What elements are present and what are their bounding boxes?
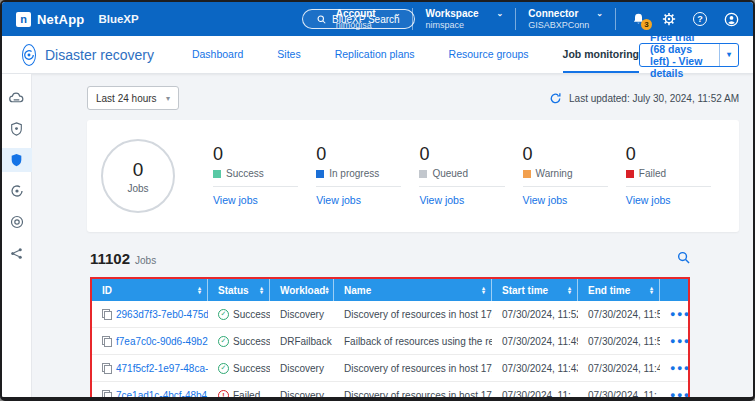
connector-menu-value: GISABXPConn — [528, 20, 603, 30]
sidebar-item-mobility[interactable] — [2, 241, 32, 265]
netapp-brand-text: NetApp — [37, 12, 84, 27]
copy-icon[interactable] — [102, 390, 111, 397]
start-time-cell: 07/30/2024, 11:... — [492, 390, 578, 398]
chevron-down-icon: ⌄ — [497, 9, 504, 18]
job-id-link[interactable]: f7ea7c0c-90d6-49b2 — [116, 336, 208, 347]
connector-menu[interactable]: Connector⌄ GISABXPConn — [516, 8, 615, 30]
copy-icon[interactable] — [102, 336, 111, 346]
help-icon: ? — [693, 12, 707, 26]
stat-label: Warning — [536, 168, 573, 179]
tab-sites[interactable]: Sites — [277, 36, 300, 73]
start-time-cell: 07/30/2024, 11:43:... — [492, 363, 578, 374]
job-id-link[interactable]: 7ce1ad1c-4bcf-48b4 — [116, 390, 207, 398]
caret-down-icon: ▾ — [727, 50, 731, 59]
sidebar-item-health[interactable] — [2, 117, 32, 141]
failed-icon: ! — [218, 390, 229, 398]
failed-legend-swatch — [626, 170, 634, 178]
workload-cell: Discovery — [270, 390, 334, 398]
notifications-button[interactable]: 3 — [630, 11, 646, 27]
page-title: Disaster recovery — [45, 47, 154, 63]
jobs-search-button[interactable] — [677, 250, 690, 268]
share-nodes-icon — [10, 247, 23, 260]
sort-icon[interactable] — [482, 286, 485, 295]
tab-resource-groups[interactable]: Resource groups — [449, 36, 529, 73]
end-time-cell: 07/30/2024, 11:44:... — [578, 363, 660, 374]
warning-legend-swatch — [523, 170, 531, 178]
sidebar-item-governance[interactable] — [2, 210, 32, 234]
settings-button[interactable] — [661, 11, 677, 27]
sort-icon[interactable] — [650, 286, 653, 295]
job-id-link[interactable]: 471f5cf2-1e97-48ca-... — [116, 363, 208, 374]
sidebar-item-console[interactable] — [2, 86, 32, 110]
netapp-logo-icon: n — [16, 12, 31, 27]
workspace-menu[interactable]: Workspace⌄ nimspace — [413, 8, 515, 30]
user-icon — [724, 12, 739, 27]
view-jobs-link[interactable]: View jobs — [523, 194, 568, 206]
row-actions-button[interactable]: ●●● — [660, 309, 688, 319]
status-text: Success — [233, 363, 270, 374]
search-label: BlueXP Search — [332, 14, 400, 25]
workload-cell: Discovery — [270, 309, 334, 320]
time-range-select[interactable]: Last 24 hours ▾ — [87, 86, 179, 110]
trial-dropdown-caret[interactable]: ▾ — [719, 44, 738, 66]
tab-job-monitoring[interactable]: Job monitoring — [563, 36, 639, 73]
time-range-value: Last 24 hours — [96, 93, 157, 104]
app-window: n NetApp BlueXP BlueXP Search Account⌄ n… — [0, 0, 755, 401]
user-profile-button[interactable] — [723, 11, 739, 27]
row-actions-button[interactable]: ●●● — [660, 363, 688, 373]
left-icon-rail — [2, 74, 32, 397]
cloud-icon — [9, 92, 24, 104]
view-jobs-link[interactable]: View jobs — [213, 194, 258, 206]
copy-icon[interactable] — [102, 309, 111, 319]
stat-label: In progress — [329, 168, 379, 179]
stat-value: 0 — [213, 144, 298, 165]
in-progress-legend-swatch — [316, 170, 324, 178]
sort-icon[interactable] — [260, 286, 263, 295]
end-time-cell: 07/30/2024, 11:52:... — [578, 336, 660, 347]
sidebar-item-recovery[interactable] — [2, 179, 32, 203]
copy-icon[interactable] — [102, 363, 111, 373]
refresh-icon[interactable] — [549, 92, 562, 105]
jobs-summary-card: 0 Jobs 0 Success View jobs 0 In progress… — [87, 120, 739, 232]
sort-icon[interactable] — [198, 286, 201, 295]
connector-menu-label: Connector — [528, 8, 578, 19]
stat-label: Success — [226, 168, 264, 179]
stat-label: Queued — [432, 168, 468, 179]
job-id-link[interactable]: 2963d7f3-7eb0-475d — [116, 309, 208, 320]
row-actions-button[interactable]: ●●● — [660, 336, 688, 346]
view-jobs-link[interactable]: View jobs — [626, 194, 671, 206]
stat-failed: 0 Failed View jobs — [626, 144, 729, 208]
row-actions-button[interactable]: ●●● — [660, 390, 688, 397]
tab-dashboard[interactable]: Dashboard — [192, 36, 243, 73]
table-row-partial: 7ce1ad1c-4bcf-48b4 !Failed Discovery Dis… — [92, 382, 688, 397]
table-row: 471f5cf2-1e97-48ca-... ✓Success Discover… — [92, 355, 688, 382]
end-time-cell: 07/30/2024, 11:... — [578, 390, 660, 398]
total-jobs-value: 0 — [133, 159, 144, 181]
total-jobs-label: Jobs — [127, 183, 148, 194]
sort-icon[interactable] — [325, 286, 328, 295]
sort-icon[interactable] — [568, 286, 571, 295]
stat-queued: 0 Queued View jobs — [419, 144, 522, 208]
divider — [615, 8, 616, 30]
tab-bar: Dashboard Sites Replication plans Resour… — [192, 36, 639, 73]
caret-down-icon: ▾ — [166, 94, 170, 103]
workload-cell: Discovery — [270, 363, 334, 374]
free-trial-button[interactable]: Free trial (68 days left) - View details… — [639, 43, 739, 67]
search-icon — [677, 251, 690, 264]
jobs-table: ID Status Workload Name Start time End t… — [90, 277, 690, 397]
last-updated-text: Last updated: July 30, 2024, 11:52 AM — [569, 93, 739, 104]
help-button[interactable]: ? — [692, 11, 708, 27]
view-jobs-link[interactable]: View jobs — [419, 194, 464, 206]
stat-label: Failed — [639, 168, 666, 179]
tab-replication-plans[interactable]: Replication plans — [335, 36, 415, 73]
gear-icon — [662, 12, 676, 26]
col-name: Name — [344, 285, 371, 296]
workload-cell: DRFailback — [270, 336, 334, 347]
name-cell: Discovery of resources in host 172.21.16… — [334, 363, 492, 374]
jobs-table-header: ID Status Workload Name Start time End t… — [92, 279, 688, 301]
sidebar-item-protection-active[interactable] — [2, 148, 32, 172]
name-cell: Discovery of resources in host 172.21.16… — [334, 309, 492, 320]
view-jobs-link[interactable]: View jobs — [316, 194, 361, 206]
top-header: n NetApp BlueXP BlueXP Search Account⌄ n… — [2, 2, 753, 36]
name-cell: Failback of resources using the replicat… — [334, 336, 492, 347]
